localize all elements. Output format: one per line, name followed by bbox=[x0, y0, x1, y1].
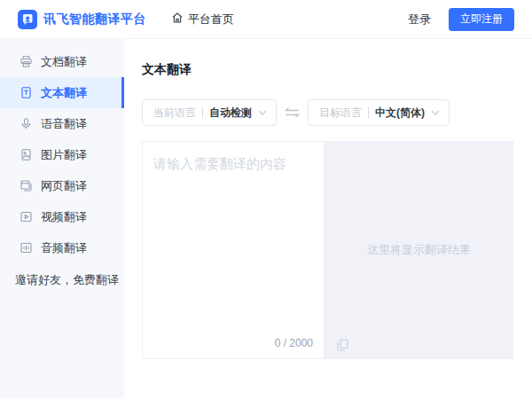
chevron-down-icon bbox=[431, 110, 440, 115]
video-translate-icon bbox=[20, 210, 33, 223]
home-icon bbox=[171, 12, 184, 27]
brand-logo[interactable]: 讯飞智能翻译平台 bbox=[18, 10, 146, 29]
sidebar-item-audio-translate[interactable]: 音频翻译 bbox=[0, 232, 124, 263]
output-placeholder-text: 这里将显示翻译结果 bbox=[367, 242, 471, 258]
brand-title: 讯飞智能翻译平台 bbox=[43, 12, 146, 27]
nav-home-link[interactable]: 平台首页 bbox=[171, 12, 234, 27]
sidebar: 文档翻译 文本翻译 语音翻译 bbox=[0, 39, 124, 398]
target-language-select[interactable]: 目标语言 中文(简体) bbox=[308, 99, 450, 126]
sidebar-item-image-translate[interactable]: 图片翻译 bbox=[0, 139, 124, 170]
sidebar-item-label: 音频翻译 bbox=[41, 240, 87, 256]
sidebar-item-voice-translate[interactable]: 语音翻译 bbox=[0, 108, 124, 139]
copy-icon[interactable] bbox=[337, 339, 348, 351]
document-translate-icon bbox=[20, 55, 33, 68]
sidebar-item-label: 图片翻译 bbox=[41, 147, 87, 163]
register-button[interactable]: 立即注册 bbox=[449, 8, 514, 31]
source-language-label: 当前语言 bbox=[153, 106, 196, 121]
language-controls: 当前语言 自动检测 目标语言 中文(简体) bbox=[142, 99, 514, 126]
divider bbox=[368, 107, 369, 118]
target-language-value: 中文(简体) bbox=[375, 106, 425, 121]
source-language-value: 自动检测 bbox=[209, 106, 252, 121]
translation-panels: 0 / 2000 这里将显示翻译结果 bbox=[142, 141, 514, 359]
translation-output-panel: 这里将显示翻译结果 bbox=[325, 141, 513, 359]
sidebar-item-invite-friends[interactable]: 邀请好友，免费翻译 bbox=[0, 264, 124, 295]
target-language-label: 目标语言 bbox=[319, 106, 362, 121]
sidebar-item-label: 视频翻译 bbox=[41, 209, 87, 225]
login-link[interactable]: 登录 bbox=[408, 12, 431, 27]
main-content: 文本翻译 当前语言 自动检测 目标语言 bbox=[124, 39, 532, 398]
source-text-input[interactable] bbox=[143, 142, 324, 325]
source-language-select[interactable]: 当前语言 自动检测 bbox=[142, 99, 277, 126]
sidebar-item-webpage-translate[interactable]: 网页翻译 bbox=[0, 170, 124, 201]
image-translate-icon bbox=[20, 148, 33, 161]
source-text-panel: 0 / 2000 bbox=[142, 141, 325, 359]
webpage-translate-icon bbox=[20, 179, 33, 192]
page-title: 文本翻译 bbox=[142, 62, 514, 78]
sidebar-item-label: 邀请好友，免费翻译 bbox=[15, 272, 119, 288]
sidebar-item-label: 文本翻译 bbox=[41, 85, 87, 101]
sidebar-item-label: 网页翻译 bbox=[41, 178, 87, 194]
divider bbox=[202, 107, 203, 118]
sidebar-item-label: 语音翻译 bbox=[41, 116, 87, 132]
swap-languages-button[interactable] bbox=[285, 107, 300, 118]
brand-logo-icon bbox=[18, 10, 37, 29]
sidebar-item-text-translate[interactable]: 文本翻译 bbox=[0, 77, 124, 108]
sidebar-item-video-translate[interactable]: 视频翻译 bbox=[0, 201, 124, 232]
sidebar-item-document-translate[interactable]: 文档翻译 bbox=[0, 46, 124, 77]
nav-home-label: 平台首页 bbox=[188, 12, 234, 27]
chevron-down-icon bbox=[258, 110, 267, 115]
audio-translate-icon bbox=[20, 241, 33, 254]
character-counter: 0 / 2000 bbox=[275, 337, 313, 349]
voice-translate-icon bbox=[20, 117, 33, 130]
top-header: 讯飞智能翻译平台 平台首页 登录 立即注册 bbox=[0, 0, 532, 39]
text-translate-icon bbox=[20, 86, 33, 99]
sidebar-item-label: 文档翻译 bbox=[41, 54, 87, 70]
